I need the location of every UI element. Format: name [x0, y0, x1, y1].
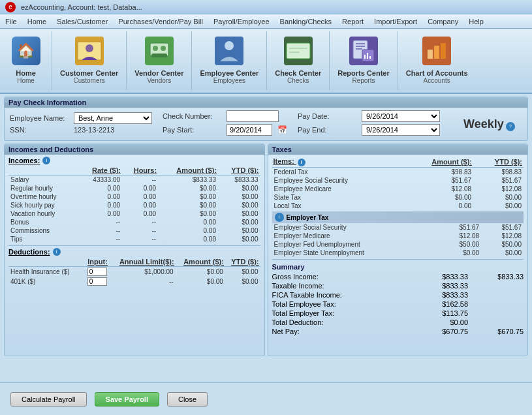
- check-number-input[interactable]: [227, 110, 279, 122]
- income-deduction-header: Incomes and Deductions: [5, 144, 264, 155]
- summary-label: FICA Taxable Income:: [272, 291, 342, 299]
- toolbar-home[interactable]: 🏠 Home Home: [0, 31, 52, 90]
- tax-name: Employee Social Security: [272, 176, 402, 185]
- toolbar-chart[interactable]: Chart of Accounts Accounts: [398, 31, 476, 90]
- svg-rect-26: [441, 43, 446, 59]
- income-ytd: $0.00: [218, 192, 260, 201]
- close-button[interactable]: Close: [167, 392, 208, 407]
- menu-payroll[interactable]: Payroll/Employee: [208, 16, 275, 27]
- employer-tax-label: Employer Tax: [287, 214, 329, 221]
- employer-tax-icon[interactable]: i: [275, 213, 284, 222]
- income-rate: --: [78, 218, 122, 226]
- menu-purchases[interactable]: Purchases/Vendor/Pay Bill: [113, 16, 208, 27]
- income-ytd: $0.00: [218, 209, 260, 218]
- income-row[interactable]: Commissions -- -- 0.00 $0.00: [8, 226, 260, 235]
- taxes-header: Taxes: [268, 144, 528, 155]
- deductions-label[interactable]: Deductions:: [8, 248, 50, 256]
- income-name: Bonus: [8, 218, 78, 226]
- toolbar-vendor-sublabel: Vendors: [147, 77, 171, 84]
- menu-banking[interactable]: Banking/Checks: [275, 16, 337, 27]
- employee-dropdown[interactable]: Best, Anne: [74, 112, 152, 124]
- income-ytd: $0.00: [218, 218, 260, 226]
- income-row[interactable]: Vacation hourly 0.00 0.00 $0.00 $0.00: [8, 209, 260, 218]
- title-bar: e ezAccounting, Account: test, Databa...: [0, 0, 532, 14]
- tax-amount: $98.83: [402, 168, 474, 177]
- pay-date-dropdown[interactable]: 9/26/2014: [362, 110, 440, 122]
- menu-company[interactable]: Company: [422, 16, 463, 27]
- summary-label: Total Employer Tax:: [272, 309, 335, 317]
- ssn-value: 123-13-2213: [74, 126, 114, 134]
- tax-col-ytd: YTD ($):: [473, 157, 524, 168]
- menu-file[interactable]: File: [0, 16, 22, 27]
- income-row[interactable]: Sick hourly pay 0.00 0.00 $0.00 $0.00: [8, 201, 260, 209]
- summary-row: FICA Taxable Income: $833.33 $833.33: [272, 290, 524, 300]
- income-ytd: $0.00: [218, 201, 260, 209]
- chart-icon: [421, 35, 452, 67]
- svg-rect-17: [356, 46, 365, 47]
- title-text: ezAccounting, Account: test, Databa...: [21, 3, 142, 11]
- menu-report[interactable]: Report: [337, 16, 369, 27]
- deduction-row[interactable]: Health Insurance ($) $1,000.00 $0.00 $0.…: [8, 267, 260, 277]
- incomes-label[interactable]: Incomes:: [8, 157, 40, 164]
- tax-name: Employee Medicare: [272, 185, 402, 193]
- employer-taxes-table: Employer Social Security $51.67 $51.67Em…: [272, 223, 524, 257]
- emp-tax-name: Employer Social Security: [272, 223, 439, 232]
- tax-row: Federal Tax $98.83 $98.83: [272, 168, 524, 177]
- income-hours: --: [122, 226, 158, 235]
- income-row[interactable]: Salary 43333.00 -- $833.33 $833.33: [8, 176, 260, 185]
- income-amount: $0.00: [158, 192, 218, 201]
- toolbar-customer-label: Customer Center: [60, 69, 118, 77]
- toolbar-check[interactable]: Check Center Checks: [267, 31, 330, 90]
- summary-label: Net Pay:: [272, 328, 300, 335]
- employer-tax-row: Employer State Unemployment $0.00 $0.00: [272, 249, 524, 257]
- summary-row: Total Employer Tax: $113.75 $113.75: [272, 309, 524, 318]
- summary-row: Gross Income: $833.33 $833.33: [272, 272, 524, 281]
- tax-ytd: $0.00: [473, 202, 524, 210]
- menu-help[interactable]: Help: [463, 16, 489, 27]
- deduction-row[interactable]: 401K ($) -- $0.00 $0.00: [8, 277, 260, 286]
- tax-ytd: $12.08: [473, 185, 524, 193]
- income-amount: 0.00: [158, 218, 218, 226]
- income-row[interactable]: Overtime hourly 0.00 0.00 $0.00 $0.00: [8, 192, 260, 201]
- frequency-info-icon[interactable]: ?: [506, 122, 515, 131]
- income-row[interactable]: Bonus -- -- 0.00 $0.00: [8, 218, 260, 226]
- items-label[interactable]: Items:: [274, 157, 294, 165]
- deductions-info-icon[interactable]: i: [53, 248, 61, 256]
- taxes-info-icon[interactable]: i: [298, 159, 305, 166]
- svg-rect-24: [428, 50, 433, 59]
- tax-ytd: $51.67: [473, 176, 524, 185]
- income-amount: $0.00: [158, 184, 218, 192]
- svg-rect-25: [434, 46, 439, 59]
- svg-point-6: [161, 46, 166, 51]
- calendar-icon[interactable]: 📅: [277, 125, 287, 134]
- income-row[interactable]: Tips -- -- 0.00 $0.00: [8, 235, 260, 243]
- menu-home[interactable]: Home: [22, 16, 52, 27]
- tax-amount: $12.08: [402, 185, 474, 193]
- tax-row: Employee Medicare $12.08 $12.08: [272, 185, 524, 193]
- toolbar-employee[interactable]: Employee Center Employees: [192, 31, 267, 90]
- income-row[interactable]: Regular hourly 0.00 0.00 $0.00 $0.00: [8, 184, 260, 192]
- save-button[interactable]: Save Payroll: [95, 392, 159, 407]
- tax-amount: $0.00: [402, 193, 474, 202]
- incomes-table: Rate ($): Hours: Amount ($): YTD ($): Sa…: [8, 166, 260, 243]
- income-name: Salary: [8, 176, 78, 185]
- calculate-button[interactable]: Calculate Payroll: [10, 392, 87, 407]
- tax-amount: 0.00: [402, 202, 474, 210]
- income-name: Vacation hourly: [8, 209, 78, 218]
- income-name: Tips: [8, 235, 78, 243]
- menu-sales[interactable]: Sales/Customer: [52, 16, 113, 27]
- toolbar-reports[interactable]: Reports Center Reports: [330, 31, 398, 90]
- ded-col-input: Input:: [82, 257, 109, 267]
- reports-icon: [348, 35, 379, 67]
- menu-import[interactable]: Import/Export: [369, 16, 422, 27]
- emp-tax-ytd: $51.67: [481, 223, 524, 232]
- vendor-icon: [144, 35, 175, 67]
- toolbar-customer[interactable]: Customer Center Customers: [52, 31, 127, 90]
- pay-start-input[interactable]: [227, 124, 272, 136]
- incomes-info-icon[interactable]: i: [42, 157, 50, 164]
- toolbar-check-label: Check Center: [275, 69, 321, 77]
- toolbar-employee-sublabel: Employees: [213, 77, 245, 84]
- pay-end-dropdown[interactable]: 9/26/2014: [362, 124, 440, 136]
- toolbar-vendor[interactable]: Vendor Center Vendors: [127, 31, 192, 90]
- deductions-table: Input: Annual Limit($): Amount ($): YTD …: [8, 257, 260, 286]
